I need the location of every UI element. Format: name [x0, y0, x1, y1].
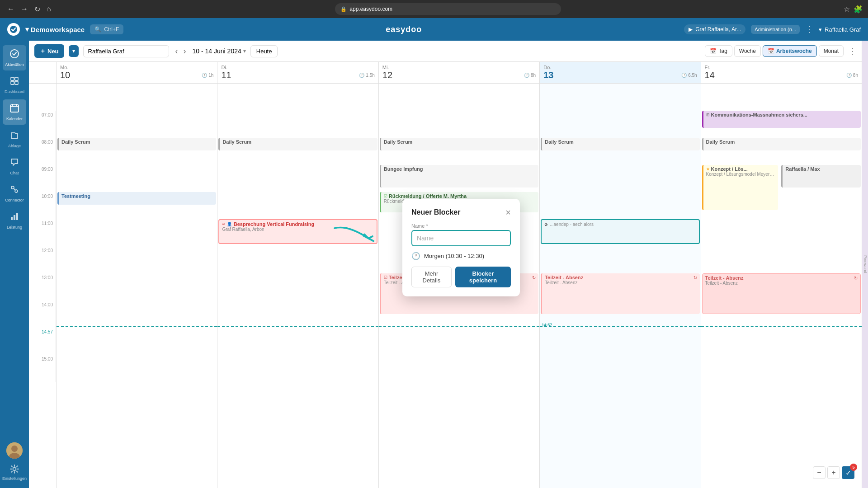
admin-badge[interactable]: Administration (n...	[751, 25, 800, 34]
event-title: Raffaella / Max	[785, 166, 858, 172]
star-icon: ★	[706, 167, 710, 171]
event-sub: Konzept / Lösungsmodel Meyerhans AG	[706, 172, 776, 177]
view-week-btn[interactable]: Woche	[734, 45, 761, 57]
browser-ext-icon[interactable]: 🧩	[854, 5, 863, 14]
mehr-details-btn[interactable]: Mehr Details	[411, 267, 452, 287]
aktivitaten-label: Aktivitäten	[5, 62, 24, 67]
event-teilzeit-fri[interactable]: Teilzeit - Absenz ↻ Teilzeit - Absenz	[702, 273, 861, 314]
neuer-blocker-dialog: Neuer Blocker × Name * 🕐 Morgen (10:30 -…	[402, 199, 520, 296]
search-icon: 🔍	[94, 26, 101, 33]
user-avatar[interactable]	[6, 442, 23, 459]
sidebar-item-aktivitaten[interactable]: Aktivitäten	[3, 45, 26, 70]
new-event-dropdown-btn[interactable]: ▾	[69, 45, 79, 57]
event-besprechung[interactable]: ∞ 👤 Besprechung Vertical Fundraising Gra…	[218, 219, 377, 244]
day-col-fri[interactable]: ⊞ Kommunikations-Massnahmen sichers... D…	[701, 84, 862, 488]
current-time-line-mon	[57, 326, 217, 327]
day-hours-tue: 🕐 1.5h	[359, 73, 374, 78]
sidebar-item-leistung[interactable]: Leistung	[3, 208, 26, 233]
topbar-user-menu[interactable]: ▾ Raffaella Graf	[819, 26, 861, 33]
new-event-btn[interactable]: ＋ Neu	[34, 44, 64, 58]
modal-actions: Mehr Details Blocker speichern	[411, 267, 511, 287]
day-hours-fri: 🕐 8h	[846, 73, 858, 78]
user-record-selector[interactable]: ▶ Graf Raffaella, Ar...	[684, 24, 745, 34]
dashboard-label: Dashboard	[5, 89, 24, 94]
view-tag-btn[interactable]: 📅 Tag	[705, 45, 732, 57]
topbar-more-btn[interactable]: ⋮	[805, 24, 813, 34]
modal-close-btn[interactable]: ×	[505, 208, 511, 217]
event-daily-scrum-wed[interactable]: Daily Scrum	[380, 138, 538, 150]
event-title: Teilzeit - Absenz	[705, 275, 744, 281]
date-range-display[interactable]: 10 - 14 Juni 2024 ▾	[193, 47, 246, 55]
event-daily-scrum-thu[interactable]: Daily Scrum	[541, 138, 699, 150]
event-title: Daily Scrum	[384, 139, 536, 145]
modal-name-input[interactable]	[411, 230, 511, 246]
sidebar-item-dashboard[interactable]: Dashboard	[3, 72, 26, 98]
day-col-thu[interactable]: Daily Scrum ⊘ ...aendep - aech alors	[539, 84, 700, 488]
sidebar-item-einstellungen[interactable]: Einstellungen	[0, 460, 28, 484]
event-daily-scrum-fri[interactable]: Daily Scrum	[702, 138, 861, 150]
blocker-speichern-btn[interactable]: Blocker speichern	[455, 267, 511, 287]
browser-forward-btn[interactable]: →	[19, 4, 30, 14]
time-slot-1000: 10:00	[29, 192, 56, 219]
modal-time-text: Morgen (10:30 - 12:30)	[424, 253, 484, 259]
browser-home-btn[interactable]: ⌂	[45, 4, 53, 14]
time-slot-1457: 14:57	[29, 328, 56, 355]
today-btn[interactable]: Heute	[250, 45, 278, 57]
topbar-user-name: Raffaella Graf	[825, 26, 861, 33]
sidebar-item-connector[interactable]: Connector	[3, 181, 26, 206]
browser-url-bar[interactable]: 🔒 app.easydoo.com	[335, 3, 561, 15]
browser-chrome: ← → ↻ ⌂ 🔒 app.easydoo.com ☆ 🧩	[0, 0, 868, 18]
browser-back-btn[interactable]: ←	[5, 4, 16, 14]
mon-top-spacer	[57, 84, 217, 111]
event-kommunikation[interactable]: ⊞ Kommunikations-Massnahmen sichers...	[702, 111, 861, 128]
modal-name-group: Name *	[411, 223, 511, 246]
day-hours-wed: 🕐 8h	[524, 73, 536, 78]
svg-rect-6	[10, 105, 19, 112]
browser-star-icon[interactable]: ☆	[844, 5, 850, 14]
time-slot-800: 08:00	[29, 138, 56, 165]
event-bungee[interactable]: Bungee Impfung	[380, 165, 538, 188]
einstellungen-label: Einstellungen	[2, 476, 27, 481]
calendar-more-btn[interactable]: ⋮	[848, 46, 856, 56]
sidebar-item-chat[interactable]: Chat	[3, 154, 26, 179]
topbar-user-arrow: ▾	[819, 26, 822, 33]
event-daily-scrum-mon[interactable]: Daily Scrum	[57, 138, 216, 150]
view-month-btn[interactable]: Monat	[819, 45, 844, 57]
day-hours-thu: 🕐 6.5h	[681, 73, 697, 78]
day-header-wed: Mi. 12 🕐 8h	[378, 62, 539, 83]
browser-reload-btn[interactable]: ↻	[33, 4, 42, 14]
search-shortcut: Ctrl+F	[104, 26, 119, 33]
zoom-in-btn[interactable]: +	[827, 466, 840, 479]
event-sub: Graf Raffaella, Arbon	[222, 227, 373, 232]
event-title: Testmeeting	[61, 193, 213, 199]
right-panel-strip[interactable]: Pinnwand	[862, 41, 868, 488]
sidebar-item-kalender[interactable]: Kalender	[3, 99, 26, 125]
event-title: Besprechung Vertical Fundraising	[234, 221, 315, 227]
view-workweek-btn[interactable]: 📅 Arbeitswoche	[763, 45, 817, 57]
next-period-btn[interactable]: ›	[182, 45, 188, 58]
zoom-out-btn[interactable]: −	[813, 466, 826, 479]
day-col-mon[interactable]: Daily Scrum Testmeeting	[56, 84, 217, 488]
topbar: ▾ Demoworkspace 🔍 Ctrl+F easydoo ▶ Graf …	[0, 18, 868, 41]
prev-period-btn[interactable]: ‹	[174, 45, 180, 58]
time-slot-1500: 15:00	[29, 355, 56, 382]
event-testmeeting[interactable]: Testmeeting	[57, 192, 216, 205]
pinnwand-label: Pinnwand	[863, 255, 868, 273]
event-title: Teilzeit - Absenz	[545, 275, 583, 280]
person-icon: 👤	[227, 222, 232, 226]
workspace-selector[interactable]: ▾ Demoworkspace	[25, 25, 85, 33]
day-num-thu: 13	[543, 70, 553, 80]
event-daily-scrum-tue[interactable]: Daily Scrum	[218, 138, 377, 150]
event-konzept[interactable]: ★ Konzept / Lös... Konzept / Lösungsmode…	[702, 165, 778, 210]
person-filter-input[interactable]	[83, 45, 169, 57]
view-month-label: Monat	[824, 48, 839, 54]
clock-icon-fri: 🕐	[846, 73, 852, 78]
browser-right-icons: ☆ 🧩	[844, 5, 863, 14]
topbar-search[interactable]: 🔍 Ctrl+F	[90, 24, 123, 34]
event-raffaella-max[interactable]: Raffaella / Max	[781, 165, 861, 188]
sidebar-item-ablage[interactable]: Ablage	[3, 127, 26, 152]
dashboard-icon	[9, 76, 19, 88]
day-col-tue[interactable]: Daily Scrum ∞ 👤 Besprechung Vertical Fun…	[217, 84, 378, 488]
event-teilzeit-thu[interactable]: Teilzeit - Absenz ↻ Teilzeit - Absenz	[541, 273, 699, 314]
day-name-fri: Fr.	[705, 65, 858, 70]
